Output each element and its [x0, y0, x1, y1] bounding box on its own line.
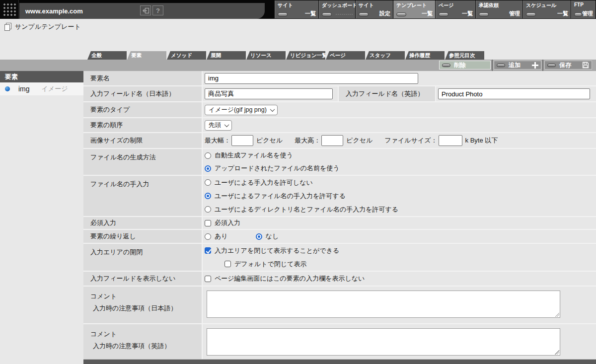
element-type-select[interactable]: イメージ(gif jpg png) [205, 105, 278, 115]
selected-element-bullet-icon [5, 86, 10, 91]
field-label: 入力エリアの開閉 [83, 244, 203, 271]
tab-resources[interactable]: リソース [246, 51, 286, 60]
row-element-type: 要素のタイプ イメージ(gif jpg png) [83, 102, 596, 118]
pill-icon [526, 12, 536, 16]
nav-site-list[interactable]: サイト 一覧 [275, 0, 318, 18]
tab-operation-history[interactable]: 操作履歴 [405, 51, 445, 60]
back-button[interactable] [140, 5, 151, 15]
row-filename-generation: ファイル名の生成方法 自動生成ファイル名を使う アップロードされたファイルの名前… [83, 149, 596, 176]
resize-grip-icon[interactable] [555, 350, 559, 355]
global-nav: サイト 一覧 ダッシュボード サイト 設定 テンプレート 一覧 ページ 一覧 承… [275, 0, 596, 19]
row-element-name: 要素名 [83, 71, 596, 86]
nav-dashboard[interactable]: ダッシュボード [319, 0, 355, 18]
footer-bar [83, 359, 596, 364]
pill-icon [497, 64, 505, 67]
row-image-size-limit: 画像サイズの制限 最大幅： ピクセル 最大高： ピクセル ファイルサイズ： k … [83, 133, 596, 149]
nav-approval-management[interactable]: 承認依頼 管理 [476, 0, 522, 18]
element-sidebar: 要素 img イメージ [0, 71, 83, 364]
sidebar-header: 要素 [0, 71, 83, 82]
max-height-input[interactable] [321, 135, 343, 146]
row-required: 必須入力 必須入力 [83, 217, 596, 230]
help-button[interactable]: ? [152, 5, 163, 15]
element-type-label: イメージ [42, 84, 68, 93]
pill-icon [479, 12, 489, 16]
field-label-en: 入力フィールド名（英語） [339, 86, 436, 101]
field-label: 画像サイズの制限 [83, 133, 203, 148]
field-label: コメント 入力時の注意事項（英語） [83, 324, 203, 359]
field-name-en-input[interactable] [438, 88, 590, 99]
tab-revision-list[interactable]: リビジョン一覧 [286, 51, 325, 60]
nav-schedule-list[interactable]: スケジュール 一覧 [523, 0, 571, 18]
pill-icon [359, 12, 369, 16]
pill-icon [574, 12, 582, 16]
checkbox-default-closed[interactable] [224, 261, 231, 267]
app-grid-icon[interactable] [0, 0, 19, 19]
row-comment-en: コメント 入力時の注意事項（英語） [83, 324, 596, 359]
tab-deploy[interactable]: 展開 [207, 51, 246, 60]
pill-icon [439, 12, 448, 16]
pill-icon [396, 12, 406, 16]
tab-strip: 全般 要素 メソッド 展開 リソース リビジョン一覧 ページ スタッフ 操作履歴… [87, 51, 485, 60]
element-name-input[interactable] [205, 73, 418, 84]
element-order-select[interactable]: 先頭 [205, 120, 232, 131]
radio-repeat-no[interactable] [256, 233, 262, 240]
row-element-repeat: 要素の繰り返し あり なし [83, 230, 596, 244]
add-button[interactable]: 追加 [494, 61, 541, 70]
field-label: 要素名 [83, 71, 203, 85]
filesize-input[interactable] [439, 135, 462, 146]
checkbox-required[interactable] [205, 220, 211, 226]
field-label: 必須入力 [83, 217, 203, 229]
field-label: 要素の順序 [83, 118, 203, 132]
row-filename-manual: ファイル名の手入力 ユーザによる手入力を許可しない ユーザによるファイル名の手入… [83, 176, 596, 217]
template-page-icon [4, 23, 12, 31]
nav-page-list[interactable]: ページ 一覧 [436, 0, 475, 18]
radio-filename-auto[interactable] [205, 152, 211, 159]
toolbar-band: 削除 追加 保存 [0, 60, 596, 71]
row-field-names: 入力フィールド名（日本語） 入力フィールド名（英語） [83, 86, 596, 102]
nav-site-settings[interactable]: サイト 設定 [356, 0, 393, 18]
radio-manual-dir-filename[interactable] [205, 206, 211, 213]
checkbox-area-collapsible[interactable] [205, 247, 211, 254]
tab-general[interactable]: 全般 [87, 51, 127, 60]
nav-template-list[interactable]: テンプレート 一覧 [393, 0, 435, 18]
row-element-order: 要素の順序 先頭 [83, 118, 596, 133]
row-hide-input-field: 入力フィールドを表示しない ページ編集画面にはこの要素の入力欄を表示しない [83, 272, 596, 287]
address-bar: www.example.com ? [19, 3, 265, 19]
field-label: 要素のタイプ [83, 102, 203, 117]
topbar: www.example.com ? サイト 一覧 ダッシュボード [0, 0, 596, 19]
nav-ftp-management[interactable]: FTP 管理 [571, 0, 596, 18]
tab-elements[interactable]: 要素 [127, 51, 166, 60]
help-icon: ? [156, 7, 160, 14]
radio-filename-uploaded[interactable] [205, 165, 211, 172]
element-list-item[interactable]: img イメージ [0, 82, 83, 95]
pill-icon [547, 64, 556, 67]
comment-ja-textarea[interactable] [207, 291, 560, 318]
tab-pages[interactable]: ページ [326, 51, 365, 60]
radio-manual-disallow[interactable] [205, 179, 211, 186]
radio-manual-filename[interactable] [205, 193, 211, 199]
tab-methods[interactable]: メソッド [167, 51, 206, 60]
comment-en-textarea[interactable] [207, 328, 560, 356]
save-button[interactable]: 保存 [544, 61, 592, 70]
checkbox-hide-field[interactable] [205, 276, 211, 282]
page-title: サンプルテンプレート [15, 22, 81, 31]
chevron-down-icon [224, 122, 229, 127]
template-editor-screen: www.example.com ? サイト 一覧 ダッシュボード [0, 0, 596, 364]
field-name-ja-input[interactable] [205, 88, 333, 99]
site-url: www.example.com [19, 7, 83, 15]
pill-icon [322, 12, 332, 16]
tab-reference-index[interactable]: 参照元目次 [445, 51, 484, 60]
field-label: ファイル名の生成方法 [83, 149, 203, 175]
row-input-area-toggle: 入力エリアの開閉 入力エリアを閉じて表示することができる デフォルトで閉じて表示 [83, 244, 596, 272]
resize-grip-icon[interactable] [555, 312, 559, 317]
tab-staff[interactable]: スタッフ [366, 51, 405, 60]
element-settings-form: 要素名 入力フィールド名（日本語） 入力フィールド名（英語） 要素のタイプ イメ… [83, 71, 596, 359]
radio-repeat-yes[interactable] [205, 233, 211, 240]
field-label: 要素の繰り返し [83, 230, 203, 243]
delete-button[interactable]: 削除 [439, 61, 491, 70]
pill-icon [442, 64, 450, 67]
dashboard-dots [336, 14, 353, 15]
plus-icon [532, 62, 538, 69]
max-width-input[interactable] [231, 135, 253, 146]
field-label: コメント 入力時の注意事項（日本語） [83, 287, 203, 323]
